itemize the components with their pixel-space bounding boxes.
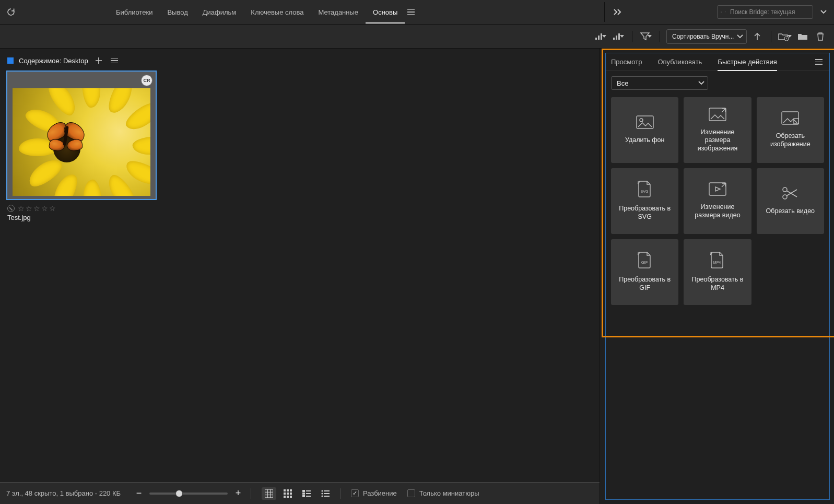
tile-label: Преобразовать в GIF [614, 276, 675, 292]
tile-convert-gif[interactable]: GIF Преобразовать в GIF [611, 239, 678, 305]
grid-icon [284, 489, 292, 498]
tab-preview[interactable]: Просмотр [611, 53, 642, 71]
content-panel-menu[interactable] [109, 55, 120, 66]
tile-resize-video[interactable]: Изменение размера видео [684, 168, 751, 234]
star-3[interactable]: ☆ [33, 204, 40, 213]
menu-icon [407, 9, 415, 15]
view-list[interactable] [318, 487, 333, 500]
quick-actions-filter[interactable]: Все [611, 76, 708, 90]
content-panel-title: Содержимое: Desktop [19, 57, 88, 65]
svg-rect-5 [613, 38, 615, 40]
svg-rect-9 [265, 489, 273, 498]
reject-icon[interactable] [7, 205, 15, 212]
plus-icon [96, 57, 102, 64]
view-grid[interactable] [280, 487, 295, 500]
tile-trim-video[interactable]: Обрезать видео [757, 168, 824, 234]
svg-point-33 [321, 495, 323, 497]
svg-rect-34 [324, 496, 330, 497]
tab-quick-actions[interactable]: Быстрые действия [718, 53, 777, 71]
topnav-filmstrip[interactable]: Диафильм [195, 1, 244, 24]
tile-convert-mp4[interactable]: MP4 Преобразовать в MP4 [684, 239, 751, 305]
status-bar: 7 эл., 48 скрыто, 1 выбрано - 220 КБ − + [0, 482, 600, 504]
topnav-metadata[interactable]: Метаданные [311, 1, 366, 24]
topnav-essentials[interactable]: Основы [366, 1, 405, 24]
chevron-down-icon [698, 81, 704, 85]
caret-down-icon [648, 35, 652, 38]
topnav-output[interactable]: Вывод [160, 1, 195, 24]
tile-remove-background[interactable]: Удалить фон [611, 97, 678, 163]
tile-label: Изменение размера изображения [687, 128, 748, 153]
split-label: Разбиение [363, 489, 397, 497]
grid-locked-icon [265, 489, 273, 498]
caret-down-icon [788, 35, 792, 38]
svg-point-0 [721, 11, 722, 13]
split-checkbox[interactable] [351, 489, 359, 497]
thumbnail-selected[interactable]: CR [6, 71, 157, 200]
topnav-keywords[interactable]: Ключевые слова [243, 1, 311, 24]
image-remove-bg-icon [636, 115, 654, 129]
tile-resize-image[interactable]: Изменение размера изображения [684, 97, 751, 163]
svg-rect-26 [306, 493, 311, 494]
tab-publish[interactable]: Опубликовать [657, 53, 702, 71]
rating-filter-button[interactable] [593, 29, 608, 44]
star-5[interactable]: ☆ [49, 204, 56, 213]
search-scope-caret-icon [725, 10, 726, 14]
svg-rect-22 [290, 496, 292, 498]
add-button[interactable] [93, 55, 104, 66]
svg-rect-30 [324, 490, 330, 491]
right-panel-menu[interactable] [814, 57, 824, 67]
star-4[interactable]: ☆ [41, 204, 48, 213]
zoom-out-button[interactable]: − [134, 488, 144, 499]
svg-text:SVG: SVG [640, 190, 648, 193]
tile-label: Преобразовать в MP4 [687, 276, 748, 292]
tile-label: Изменение размера видео [687, 203, 748, 219]
svg-rect-15 [287, 489, 289, 491]
status-text: 7 эл., 48 скрыто, 1 выбрано - 220 КБ [6, 489, 126, 497]
svg-rect-23 [302, 490, 305, 492]
rating-row[interactable]: ☆ ☆ ☆ ☆ ☆ [7, 204, 157, 213]
recent-folder-button[interactable] [778, 29, 792, 44]
search-box[interactable] [717, 5, 813, 19]
topnav-libraries[interactable]: Библиотеки [109, 1, 160, 24]
filter-button[interactable] [639, 29, 653, 44]
menu-icon [111, 58, 118, 64]
details-icon [302, 490, 311, 497]
svg-rect-2 [595, 38, 597, 40]
content-grid[interactable]: CR [5, 68, 600, 482]
svg-rect-17 [284, 493, 286, 495]
svg-rect-38 [782, 112, 798, 124]
star-1[interactable]: ☆ [18, 204, 25, 213]
view-details[interactable] [299, 487, 314, 500]
delete-button[interactable] [813, 29, 828, 44]
label-filter-button[interactable] [611, 29, 626, 44]
search-dropdown-button[interactable] [818, 5, 829, 19]
expand-panels-button[interactable] [610, 4, 626, 20]
trash-icon [816, 32, 825, 41]
svg-rect-35 [637, 116, 653, 128]
svg-rect-24 [306, 490, 311, 491]
sort-direction-button[interactable] [750, 29, 765, 44]
tile-convert-svg[interactable]: SVG Преобразовать в SVG [611, 168, 678, 234]
thumbnail-size-slider[interactable] [149, 493, 228, 495]
file-mp4-icon: MP4 [710, 252, 725, 268]
quick-actions-filter-label: Все [617, 79, 628, 87]
view-grid-locked[interactable] [262, 487, 276, 500]
thumbs-only-checkbox[interactable] [407, 489, 415, 497]
folder-icon [797, 32, 808, 41]
open-folder-button[interactable] [795, 29, 810, 44]
top-nav: Библиотеки Вывод Диафильм Ключевые слова… [109, 1, 417, 24]
chevrons-right-icon [613, 9, 622, 15]
svg-rect-20 [284, 496, 286, 498]
svg-rect-27 [302, 495, 305, 497]
workspace-menu[interactable] [405, 9, 417, 15]
star-2[interactable]: ☆ [26, 204, 32, 213]
thumbnail-filename: Test.jpg [7, 214, 157, 221]
zoom-in-button[interactable]: + [233, 488, 243, 499]
file-svg-icon: SVG [638, 181, 652, 197]
tile-label: Удалить фон [625, 136, 664, 145]
refresh-button[interactable] [4, 5, 18, 19]
search-input[interactable] [729, 8, 809, 16]
svg-rect-3 [598, 36, 600, 40]
sort-dropdown[interactable]: Сортировать Вручн... [666, 29, 747, 44]
tile-crop-image[interactable]: Обрезать изображение [757, 97, 824, 163]
